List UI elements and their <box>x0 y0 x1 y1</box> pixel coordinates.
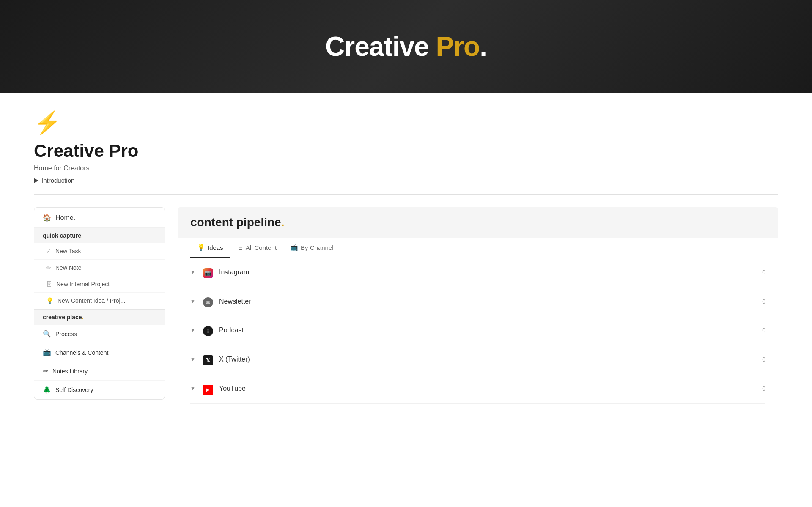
channels-icon: 📺 <box>43 348 51 356</box>
lightbulb-icon: 💡 <box>46 297 53 304</box>
channel-row-twitter: ▼ 𝕏 X (Twitter) 0 <box>190 345 765 374</box>
sidebar-section-creative-place: creative place. <box>34 309 165 325</box>
header-title-accent: Pro <box>436 31 480 62</box>
notes-library-label: Notes Library <box>52 368 88 375</box>
podcast-chevron[interactable]: ▼ <box>190 327 197 333</box>
process-label: Process <box>55 331 77 337</box>
tabs-bar: 💡 Ideas 🖥 All Content 📺 By Channel <box>178 238 778 258</box>
page-title: Creative Pro <box>34 141 778 161</box>
page-content: ⚡ Creative Pro Home for Creators. ▶ Intr… <box>0 93 812 429</box>
process-icon: 🔍 <box>43 330 51 338</box>
newsletter-chevron[interactable]: ▼ <box>190 299 197 304</box>
by-channel-tab-icon: 📺 <box>290 244 298 251</box>
sidebar-item-notes-library[interactable]: ✏ Notes Library <box>34 362 165 381</box>
header-title-plain: Creative <box>325 31 436 62</box>
instagram-count: 0 <box>762 269 765 276</box>
podcast-count: 0 <box>762 327 765 334</box>
home-icon: 🏠 <box>43 214 51 222</box>
by-channel-tab-label: By Channel <box>301 244 334 251</box>
channel-row-newsletter: ▼ ✉ Newsletter 0 <box>190 287 765 316</box>
content-pipeline-header: content pipeline. <box>178 207 778 238</box>
tab-all-content[interactable]: 🖥 All Content <box>230 238 283 258</box>
quick-capture-dot: . <box>81 232 83 239</box>
instagram-icon: 📷 <box>202 266 214 278</box>
subtitle-dot: . <box>90 164 91 172</box>
tree-icon: 🌲 <box>43 386 51 394</box>
youtube-count: 0 <box>762 385 765 392</box>
sidebar-section-quick-capture: quick capture. <box>34 228 165 243</box>
sidebar-item-channels-content[interactable]: 📺 Channels & Content <box>34 343 165 362</box>
check-icon: ✓ <box>46 248 51 255</box>
content-pipeline-title: content pipeline. <box>190 216 284 229</box>
newsletter-name: Newsletter <box>219 298 754 305</box>
channel-row-youtube: ▼ ▶ YouTube 0 <box>190 374 765 404</box>
quick-capture-label: quick capture <box>43 232 81 239</box>
sidebar-item-new-note[interactable]: ✏ New Note <box>34 260 165 276</box>
header-title-dot: . <box>480 31 487 62</box>
newsletter-count: 0 <box>762 298 765 305</box>
two-col-layout: 🏠 Home. quick capture. ✓ New Task ✏ New … <box>34 207 778 404</box>
instagram-chevron[interactable]: ▼ <box>190 269 197 275</box>
pencil-icon: ✏ <box>46 264 51 271</box>
header-title: Creative Pro. <box>325 31 487 62</box>
channel-row-instagram: ▼ 📷 Instagram 0 <box>190 258 765 287</box>
tab-ideas[interactable]: 💡 Ideas <box>190 238 230 258</box>
subtitle-text: Home for Creators <box>34 164 90 172</box>
page-icon: ⚡ <box>34 110 778 136</box>
notes-icon: ✏ <box>43 367 48 375</box>
sidebar-item-new-internal-project[interactable]: 🗄 New Internal Project <box>34 276 165 293</box>
channel-list: ▼ 📷 Instagram 0 ▼ ✉ Newsletter 0 <box>178 258 778 404</box>
page-subtitle: Home for Creators. <box>34 164 778 172</box>
youtube-name: YouTube <box>219 385 754 392</box>
ideas-tab-label: Ideas <box>208 244 223 251</box>
newsletter-icon: ✉ <box>202 296 214 307</box>
all-content-tab-label: All Content <box>246 244 277 251</box>
channels-label: Channels & Content <box>55 349 108 356</box>
instagram-name: Instagram <box>219 269 754 276</box>
new-content-idea-label: New Content Idea / Proj... <box>58 297 125 304</box>
channel-row-podcast: ▼ 🎙 Podcast 0 <box>190 316 765 345</box>
twitter-name: X (Twitter) <box>219 356 754 363</box>
youtube-chevron[interactable]: ▼ <box>190 386 197 392</box>
twitter-icon: 𝕏 <box>202 354 214 365</box>
briefcase-icon: 🗄 <box>46 281 52 288</box>
sidebar-home[interactable]: 🏠 Home. <box>34 208 165 228</box>
ideas-tab-icon: 💡 <box>197 244 205 251</box>
new-internal-project-label: New Internal Project <box>56 281 110 288</box>
podcast-name: Podcast <box>219 326 754 334</box>
sidebar-item-new-task[interactable]: ✓ New Task <box>34 243 165 260</box>
header-banner: Creative Pro. <box>0 0 812 93</box>
youtube-icon: ▶ <box>202 383 214 395</box>
sidebar-item-process[interactable]: 🔍 Process <box>34 325 165 343</box>
pipeline-title-dot: . <box>281 216 285 229</box>
sidebar: 🏠 Home. quick capture. ✓ New Task ✏ New … <box>34 207 165 400</box>
toggle-label: Introduction <box>41 177 74 184</box>
twitter-chevron[interactable]: ▼ <box>190 356 197 362</box>
creative-place-label: creative place <box>43 314 82 321</box>
self-discovery-label: Self Discovery <box>55 386 93 393</box>
pipeline-title-text: content pipeline <box>190 216 281 229</box>
twitter-count: 0 <box>762 356 765 363</box>
sidebar-item-self-discovery[interactable]: 🌲 Self Discovery <box>34 381 165 399</box>
podcast-icon: 🎙 <box>202 325 214 337</box>
tab-by-channel[interactable]: 📺 By Channel <box>283 238 340 258</box>
creative-place-dot: . <box>82 314 84 321</box>
all-content-tab-icon: 🖥 <box>237 244 243 251</box>
toggle-arrow-icon: ▶ <box>34 176 39 184</box>
introduction-toggle[interactable]: ▶ Introduction <box>34 176 778 184</box>
new-task-label: New Task <box>55 248 81 255</box>
sidebar-item-new-content-idea[interactable]: 💡 New Content Idea / Proj... <box>34 293 165 309</box>
main-content: content pipeline. 💡 Ideas 🖥 All Content … <box>178 207 778 404</box>
sidebar-home-label: Home. <box>55 214 75 222</box>
new-note-label: New Note <box>55 264 81 271</box>
divider <box>34 194 778 195</box>
